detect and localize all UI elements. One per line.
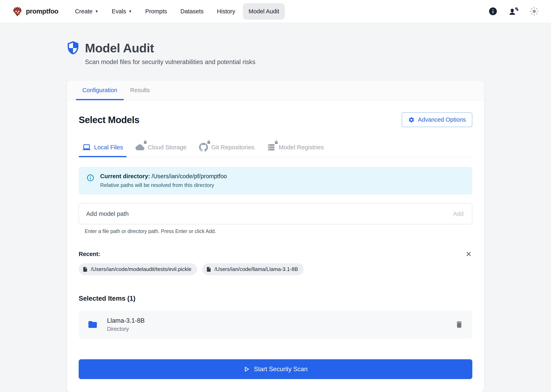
lock-icon	[207, 140, 211, 144]
tab-configuration[interactable]: Configuration	[76, 80, 124, 100]
cloud-icon	[136, 143, 145, 152]
close-icon[interactable]	[465, 250, 472, 258]
current-directory-line: Current directory: /Users/ian/code/pf/pr…	[100, 173, 227, 180]
nav-item-datasets[interactable]: Datasets	[175, 3, 209, 20]
lock-icon	[274, 140, 278, 144]
source-tabs: Local Files Cloud Storage	[79, 138, 472, 157]
nav-item-label: Datasets	[181, 8, 203, 15]
delete-icon[interactable]	[455, 320, 464, 329]
recent-chip[interactable]: /Users/ian/code/modelaudit/tests/evil.pi…	[79, 263, 197, 275]
nav-actions	[488, 7, 539, 16]
chevron-down-icon: ▼	[128, 10, 132, 13]
lock-icon	[143, 140, 147, 144]
nav-item-model-audit[interactable]: Model Audit	[243, 3, 285, 20]
top-navbar: promptfoo Create ▼ Evals ▼ Prompts Datas…	[0, 0, 551, 23]
current-directory-banner: Current directory: /Users/ian/code/pf/pr…	[79, 167, 472, 194]
laptop-icon	[82, 143, 91, 152]
brand-name: promptfoo	[26, 7, 58, 15]
model-path-field: Add	[79, 203, 472, 224]
recent-chip[interactable]: /Users/ian/code/llama/Llama-3.1-8B	[202, 263, 304, 275]
nav-item-label: Evals	[112, 8, 126, 15]
selected-item-type: Directory	[107, 326, 145, 332]
advanced-options-label: Advanced Options	[418, 116, 466, 123]
current-directory-path: /Users/ian/code/pf/promptfoo	[150, 173, 227, 179]
nav-item-label: Model Audit	[249, 8, 279, 15]
recent-chips: /Users/ian/code/modelaudit/tests/evil.pi…	[79, 263, 472, 275]
source-tab-label: Local Files	[94, 144, 123, 151]
add-button[interactable]: Add	[451, 210, 465, 217]
source-tab-local-files[interactable]: Local Files	[79, 138, 127, 157]
nav-item-evals[interactable]: Evals ▼	[106, 3, 138, 20]
gear-icon	[408, 117, 415, 123]
light-mode-icon[interactable]	[529, 7, 539, 16]
shield-icon	[67, 41, 79, 55]
current-directory-label: Current directory:	[100, 173, 150, 179]
model-path-input[interactable]	[86, 210, 451, 217]
page-subtitle: Scan model files for security vulnerabil…	[85, 58, 551, 66]
selected-items-heading: Selected Items (1)	[79, 295, 472, 302]
main-nav: Create ▼ Evals ▼ Prompts Datasets Histor…	[69, 3, 285, 20]
info-outline-icon	[86, 174, 94, 182]
source-tab-label: Model Registries	[279, 144, 324, 151]
registry-icon	[267, 143, 276, 152]
file-icon	[82, 266, 88, 272]
chevron-down-icon: ▼	[95, 10, 99, 13]
source-tab-git-repositories[interactable]: Git Repositories	[196, 138, 258, 157]
recent-label: Recent:	[79, 251, 100, 257]
selected-item-row: Llama-3.1-8B Directory	[79, 310, 472, 339]
start-security-scan-button[interactable]: Start Security Scan	[79, 359, 472, 379]
current-directory-note: Relative paths will be resolved from thi…	[100, 182, 227, 188]
nav-item-label: Create	[75, 8, 93, 15]
page-header: Model Audit Scan model files for securit…	[67, 41, 551, 66]
start-security-scan-label: Start Security Scan	[254, 365, 307, 373]
section-title: Select Models	[79, 114, 139, 125]
nav-item-history[interactable]: History	[211, 3, 241, 20]
nav-item-create[interactable]: Create ▼	[69, 3, 104, 20]
folder-icon	[87, 319, 98, 329]
source-tab-cloud-storage[interactable]: Cloud Storage	[132, 138, 190, 157]
recent-chip-label: /Users/ian/code/llama/Llama-3.1-8B	[214, 266, 298, 272]
advanced-options-button[interactable]: Advanced Options	[402, 112, 472, 127]
source-tab-label: Cloud Storage	[148, 144, 187, 151]
nav-item-prompts[interactable]: Prompts	[140, 3, 173, 20]
card-tabs: Configuration Results	[67, 80, 484, 100]
nav-item-label: Prompts	[145, 8, 167, 15]
model-audit-card: Configuration Results Select Models Adva…	[67, 80, 484, 392]
github-icon	[199, 143, 208, 152]
engineering-icon[interactable]	[508, 7, 519, 16]
model-path-helper: Enter a file path or directory path. Pre…	[85, 228, 472, 234]
file-icon	[206, 266, 212, 272]
recent-chip-label: /Users/ian/code/modelaudit/tests/evil.pi…	[91, 266, 191, 272]
play-icon	[243, 366, 250, 372]
page-title: Model Audit	[85, 41, 154, 55]
promptfoo-logo	[12, 6, 23, 17]
info-icon[interactable]	[488, 7, 498, 16]
tab-results[interactable]: Results	[124, 80, 156, 100]
brand[interactable]: promptfoo	[12, 6, 58, 17]
selected-item-name: Llama-3.1-8B	[107, 317, 145, 324]
source-tab-label: Git Repositories	[211, 144, 254, 151]
source-tab-model-registries[interactable]: Model Registries	[263, 138, 327, 157]
nav-item-label: History	[217, 8, 235, 15]
